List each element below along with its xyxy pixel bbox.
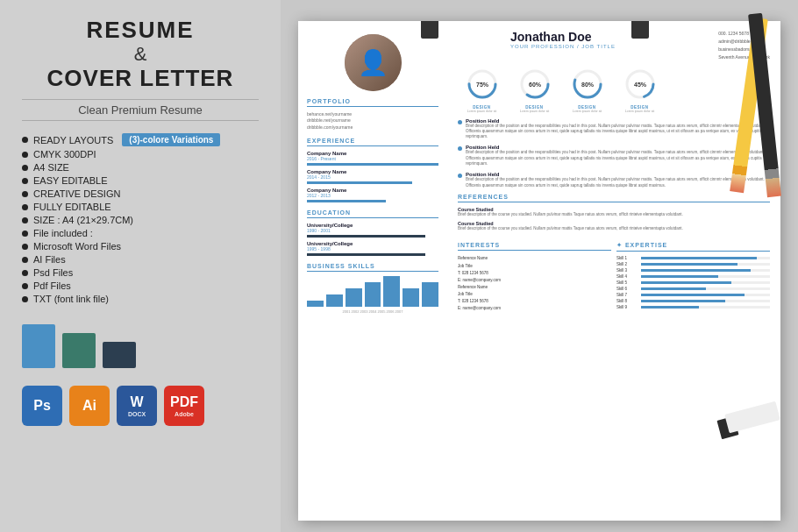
swatch-blue [22,324,55,368]
list-item: Skill 7 [616,293,770,297]
list-item [403,288,419,307]
list-item: Skill 1 [616,256,770,260]
education-section-title: EDUCATION [307,209,438,218]
table-row: University/College1995 - 1998 [307,241,438,256]
table-row: University/College1990 - 2001 [307,223,438,238]
feature-file-included: File included : [22,228,259,238]
avatar: 👤 [345,34,402,91]
variation-badge: (3)-colore Variations [122,133,220,146]
business-skills-chart [307,276,438,307]
feature-easy-editable: EASY EDITABLE [22,175,259,186]
references-list: Course Studied Brief description of the … [458,207,770,232]
title-block: RESUME & COVER LETTER [22,18,259,90]
list-item: Skill 2 [616,262,770,266]
list-item: 75% DESIGN Lorem ipsum dolor sit [458,67,506,113]
clip-left-icon [421,21,438,39]
list-item: Job Title [458,263,611,270]
ampersand: & [22,43,259,66]
feature-ms-word: Microsoft Word Files [22,241,259,252]
list-item: Reference Name [458,255,611,262]
experience-section-title: EXPERIENCE [307,138,438,146]
list-item: Skill 5 [616,280,770,285]
feature-txt-files: TXT (font link file) [22,294,259,304]
list-item: Course Studied Brief description of the … [458,221,770,231]
resume-title: RESUME [22,18,259,43]
list-item [346,288,362,307]
clip-right-icon [631,21,649,39]
table-row: Company Name2016 - Present [307,151,438,166]
features-list: READY LAYOUTS(3)-colore VariationsCMYK 3… [22,133,259,307]
portfolio-section-title: PORTFOLIO [307,98,438,107]
list-item [383,276,400,307]
bar-chart-labels: 2001 2002 2003 2004 2005 2006 2007 [307,309,438,314]
list-item: T: 028 1234 5678 [458,270,611,277]
expertise-title: ✦ EXPERTISE [616,242,770,252]
list-item: E: name@company.com [458,305,611,312]
svg-text:75%: 75% [475,82,488,88]
resume-paper: 👤 PORTFOLIO behance.net/yourname dribbbl… [298,21,780,521]
fmt-ai: Ai [69,386,110,426]
skill-circles: 75% DESIGN Lorem ipsum dolor sit 60% DES… [458,67,770,113]
list-item: E: name@company.com [458,277,611,284]
bottom-section: INTERESTS Reference NameJob TitleT: 028 … [458,235,770,312]
list-item: Skill 9 [616,305,770,309]
candidate-profession: YOUR PROFESSION / JOB TITLE [510,44,616,49]
svg-text:60%: 60% [528,82,541,88]
list-item: Position Held Brief description of the p… [458,118,770,140]
skills-list: Skill 1 Skill 2 Skill 3 Skill 4 Skill 5 … [616,256,770,309]
avatar-image: 👤 [345,34,402,91]
color-swatches [22,324,136,368]
interests-list: Reference NameJob TitleT: 028 1234 5678E… [458,255,611,312]
swatch-dark [103,342,136,368]
list-item: Job Title [458,291,611,298]
position-dot-icon [458,146,462,151]
feature-size-a4: SIZE : A4 (21×29.7CM) [22,215,259,225]
svg-text:80%: 80% [581,82,594,88]
resume-left-column: 👤 PORTFOLIO behance.net/yourname dribbbl… [298,21,447,521]
list-item: Skill 8 [616,299,770,303]
cover-title: COVER LETTER [22,66,259,91]
interests-title: INTERESTS [458,242,611,251]
portfolio-links: behance.net/yourname dribbble.net/yourna… [307,111,438,131]
feature-creative-design: CREATIVE DESIGN [22,188,259,199]
list-item: Skill 6 [616,287,770,291]
fmt-docx: WDOCX [117,386,157,426]
feature-a4-size: A4 SIZE [22,162,259,173]
expertise-section: ✦ EXPERTISE Skill 1 Skill 2 Skill 3 Skil… [616,235,770,312]
table-row: Company Name2014 - 2015 [307,169,438,184]
fmt-pdf: PDFAdobe [164,386,204,426]
list-item [365,282,381,307]
swatch-teal [62,333,96,368]
subtitle: Clean Premium Resume [22,99,259,121]
fmt-psd: Ps [22,386,62,426]
list-item: Position Held Brief description of the p… [458,145,770,167]
feature-fully-editable: FULLY EDITABLE [22,202,259,212]
list-item [422,282,438,307]
feature-ai-files: AI Files [22,254,259,265]
list-item: Skill 3 [616,268,770,273]
candidate-name: Jonathan Doe [510,30,616,44]
education-list: University/College1990 - 2001University/… [307,223,438,256]
feature-ready-layouts: READY LAYOUTS(3)-colore Variations [22,133,259,146]
positions-list: Position Held Brief description of the p… [458,118,770,188]
position-dot-icon [458,120,462,124]
resume-right-column: Jonathan Doe YOUR PROFESSION / JOB TITLE… [447,21,780,521]
feature-pdf-files: Pdf Files [22,280,259,291]
experience-list: Company Name2016 - PresentCompany Name20… [307,151,438,202]
feature-cmyk: CMYK 300DPI [22,149,259,160]
list-item: 80% DESIGN Lorem ipsum dolor sit [563,67,611,113]
right-panel: 👤 PORTFOLIO behance.net/yourname dribbbl… [281,0,798,532]
list-item: Reference Name [458,284,611,291]
references-section-title: REFERENCES [458,194,770,202]
format-icons: PsAiWDOCXPDFAdobe [22,386,204,426]
table-row: Company Name2012 - 2013 [307,188,438,202]
business-skills-title: BUSINESS SKILLS [307,263,438,272]
list-item: 60% DESIGN Lorem ipsum dolor sit [510,67,559,113]
list-item [326,294,343,307]
svg-text:45%: 45% [633,82,646,88]
interests-section: INTERESTS Reference NameJob TitleT: 028 … [458,235,611,312]
position-dot-icon [458,174,462,178]
name-block: Jonathan Doe YOUR PROFESSION / JOB TITLE [510,30,616,53]
list-item: 45% DESIGN Lorem ipsum dolor sit [616,67,664,113]
list-item: Skill 4 [616,274,770,279]
